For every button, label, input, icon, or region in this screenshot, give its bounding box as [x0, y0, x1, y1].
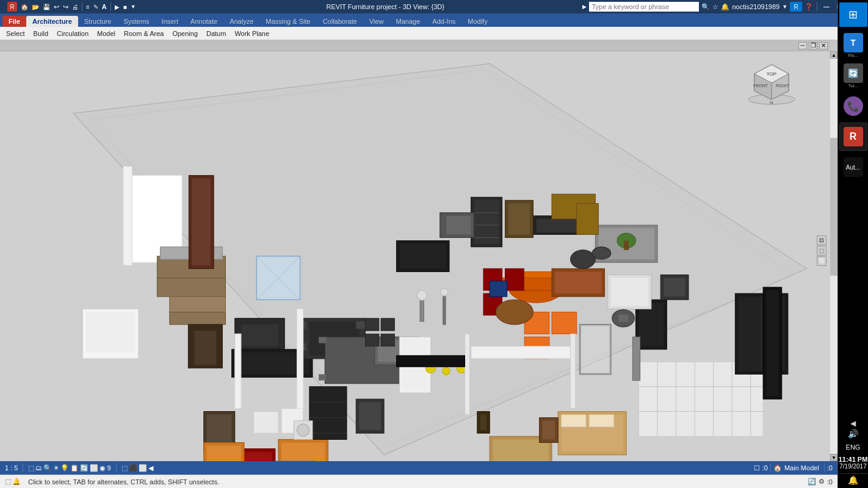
sub-opening[interactable]: Opening	[170, 29, 200, 38]
windows-start[interactable]: ⊞	[839, 2, 867, 27]
app-thu-label: thu...	[848, 53, 858, 57]
svg-rect-123	[381, 334, 394, 346]
icon11[interactable]: ⬛	[129, 464, 137, 472]
svg-rect-19	[195, 331, 217, 365]
vt-minimize[interactable]: ─	[798, 42, 807, 49]
star-icon[interactable]: ☆	[712, 3, 718, 11]
print-btn[interactable]: 🖨	[71, 3, 79, 11]
tab-massing[interactable]: Massing & Site	[259, 16, 316, 27]
minimize-btn[interactable]: ─	[821, 2, 832, 12]
tab-view[interactable]: View	[363, 16, 390, 27]
text-btn[interactable]: A	[101, 2, 108, 11]
icon13[interactable]: ◀	[148, 464, 153, 472]
vt-close[interactable]: ✕	[819, 42, 828, 49]
home-icon[interactable]: 🏠	[773, 464, 782, 472]
undo-btn[interactable]: ↩	[52, 2, 60, 12]
sub-workplane[interactable]: Work Plane	[232, 29, 272, 38]
zoom-fit-btn[interactable]: ⊡	[817, 235, 826, 245]
tab-manage[interactable]: Manage	[390, 16, 427, 27]
taskbar-app-tur[interactable]: 🔄 Tur...	[839, 62, 867, 90]
vertical-scrollbar[interactable]: ▲ ▼	[830, 51, 837, 461]
tab-annotate[interactable]: Annotate	[184, 16, 223, 27]
svg-rect-68	[589, 415, 614, 427]
sub-model[interactable]: Model	[95, 29, 118, 38]
taskbar-clock[interactable]: 11:41 PM 7/19/2017	[839, 453, 868, 472]
notification-icon[interactable]: 🔔	[848, 475, 858, 485]
bell-icon[interactable]: 🔔	[721, 3, 729, 11]
stop-btn[interactable]: ■	[122, 3, 128, 11]
collapse-btn[interactable]: ▶	[582, 4, 587, 10]
tab-structure[interactable]: Structure	[78, 16, 118, 27]
revit-online-btn[interactable]: R	[790, 2, 802, 12]
tab-file[interactable]: File	[2, 16, 26, 27]
search-icon[interactable]: 🔍	[701, 3, 710, 11]
search-input[interactable]	[589, 2, 699, 12]
scroll-up-btn[interactable]: ▲	[830, 51, 837, 59]
icon2[interactable]: 🗂	[35, 464, 42, 472]
tab-analyze[interactable]: Analyze	[223, 16, 259, 27]
svg-rect-50	[508, 203, 530, 234]
svg-rect-88	[611, 278, 648, 306]
viewcube[interactable]: N TOP RIGHT FRONT	[746, 56, 798, 107]
scroll-thumb[interactable]	[830, 138, 837, 276]
icon3[interactable]: 🔍	[43, 464, 52, 472]
macro-btn[interactable]: ≡	[85, 3, 91, 11]
svg-rect-9	[170, 296, 226, 312]
sub-room-area[interactable]: Room & Area	[121, 29, 166, 38]
svg-text:TOP: TOP	[767, 71, 776, 77]
sub-circulation[interactable]: Circulation	[54, 29, 91, 38]
settings-icon[interactable]: ⚙	[819, 478, 825, 486]
svg-rect-138	[490, 281, 507, 296]
app-icon[interactable]: R	[7, 2, 17, 12]
icon7[interactable]: 🔄	[80, 464, 89, 472]
taskbar-app-revit[interactable]: R	[839, 123, 867, 151]
tab-systems[interactable]: Systems	[117, 16, 155, 27]
help-btn[interactable]: ❓	[805, 3, 813, 11]
tab-modify[interactable]: Modify	[461, 16, 493, 27]
scroll-down-btn[interactable]: ▼	[830, 454, 837, 461]
3d-view-btn[interactable]: ⬜	[817, 256, 826, 266]
tab-architecture[interactable]: Architecture	[26, 16, 78, 27]
user-dropdown[interactable]: ▼	[782, 4, 787, 10]
run-btn[interactable]: ▶	[114, 3, 121, 11]
quick-access-btn[interactable]: 🏠	[20, 3, 29, 11]
up-arrow-icon[interactable]: ◀	[850, 419, 856, 428]
icon4[interactable]: ☀	[53, 464, 59, 472]
svg-rect-63	[552, 312, 577, 334]
taskbar-app-viber[interactable]: 📞	[839, 92, 867, 120]
sync-icon[interactable]: 🔄	[808, 478, 816, 486]
speaker-icon[interactable]: 🔊	[848, 429, 858, 439]
icon5[interactable]: 💡	[60, 464, 69, 472]
icon6[interactable]: 📋	[70, 464, 79, 472]
redo-btn[interactable]: ↪	[62, 2, 70, 12]
open-btn[interactable]: 📂	[31, 3, 40, 11]
tab-collaborate[interactable]: Collaborate	[317, 16, 363, 27]
info-icon1[interactable]: ⬚	[5, 478, 11, 486]
save-btn[interactable]: 💾	[42, 3, 51, 11]
sub-datum[interactable]: Datum	[204, 29, 228, 38]
sub-select[interactable]: select	[4, 29, 27, 38]
svg-rect-141	[207, 446, 241, 461]
tab-insert[interactable]: Insert	[156, 16, 185, 27]
expand-qa-btn[interactable]: ▼	[129, 3, 137, 10]
taskbar-app-autodesk[interactable]: Aut...	[839, 153, 867, 181]
annotate-btn[interactable]: ✎	[92, 3, 99, 11]
user-name[interactable]: noctis21091989	[732, 3, 779, 10]
svg-text:N: N	[770, 100, 773, 106]
notification-area[interactable]: ◀ 🔊	[839, 417, 867, 441]
vt-restore[interactable]: ❐	[809, 42, 817, 49]
tab-addins[interactable]: Add-Ins	[426, 16, 461, 27]
zoom-region-btn[interactable]: ⬚	[817, 246, 826, 256]
show-desktop-btn[interactable]: 🔔	[839, 473, 867, 486]
icon12[interactable]: ⬜	[139, 464, 147, 472]
language-indicator[interactable]: ENG	[846, 442, 861, 452]
icon9[interactable]: ◉	[99, 464, 106, 472]
taskbar-app-thu[interactable]: T thu...	[839, 31, 867, 59]
sub-build[interactable]: Build	[31, 29, 51, 38]
icon10[interactable]: ⬚	[121, 464, 128, 472]
svg-rect-92	[664, 278, 685, 297]
icon8[interactable]: ⬜	[90, 464, 98, 472]
info-icon2[interactable]: 🔔	[12, 478, 21, 486]
section-box-icon[interactable]: ☐	[754, 464, 760, 472]
icon1[interactable]: ⬚	[28, 464, 34, 472]
